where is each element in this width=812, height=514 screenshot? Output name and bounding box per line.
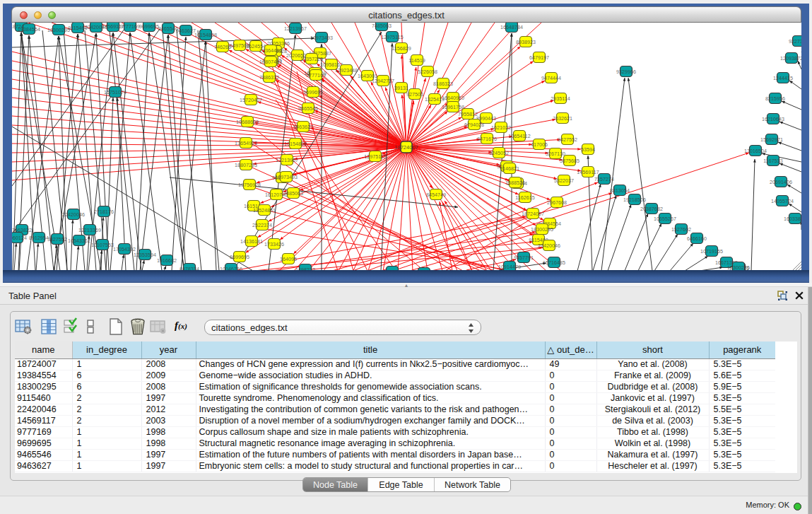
svg-text:7357274: 7357274 bbox=[594, 175, 614, 182]
svg-text:10655267: 10655267 bbox=[654, 215, 676, 221]
svg-text:15716485: 15716485 bbox=[543, 259, 565, 265]
svg-text:7955812: 7955812 bbox=[458, 110, 478, 117]
svg-text:9777169: 9777169 bbox=[120, 23, 140, 29]
svg-text:1916682: 1916682 bbox=[157, 257, 177, 263]
svg-text:8878334: 8878334 bbox=[180, 265, 199, 270]
svg-text:18807293: 18807293 bbox=[235, 161, 257, 168]
svg-text:18724007: 18724007 bbox=[394, 144, 418, 150]
svg-text:53594: 53594 bbox=[581, 146, 595, 152]
svg-text:10046766: 10046766 bbox=[220, 265, 242, 270]
svg-text:12213967: 12213967 bbox=[276, 156, 298, 163]
svg-text:2967608: 2967608 bbox=[547, 199, 567, 205]
svg-text:12213369: 12213369 bbox=[78, 226, 101, 233]
svg-text:1527602: 1527602 bbox=[671, 226, 691, 232]
svg-text:3267130: 3267130 bbox=[546, 150, 565, 156]
svg-text:16640910: 16640910 bbox=[442, 94, 464, 100]
svg-text:14136141: 14136141 bbox=[240, 238, 263, 244]
svg-text:15692971: 15692971 bbox=[760, 136, 783, 142]
svg-text:10543362: 10543362 bbox=[68, 237, 90, 243]
svg-text:8186323: 8186323 bbox=[433, 80, 453, 86]
svg-text:19384554: 19384554 bbox=[18, 25, 40, 32]
svg-text:9457791: 9457791 bbox=[514, 254, 534, 260]
svg-text:12975115: 12975115 bbox=[381, 33, 403, 40]
svg-text:3827552: 3827552 bbox=[47, 235, 67, 242]
svg-text:7886372: 7886372 bbox=[259, 74, 279, 80]
svg-text:5226058: 5226058 bbox=[418, 68, 437, 74]
svg-text:16648784: 16648784 bbox=[500, 23, 523, 30]
svg-text:20691406: 20691406 bbox=[770, 178, 792, 185]
svg-text:8454749: 8454749 bbox=[426, 191, 446, 197]
svg-text:9699695: 9699695 bbox=[139, 23, 159, 29]
svg-text:12975115: 12975115 bbox=[364, 153, 386, 159]
svg-text:1244415: 1244415 bbox=[773, 74, 793, 81]
svg-text:9474444: 9474444 bbox=[541, 74, 561, 81]
svg-text:16033809: 16033809 bbox=[784, 215, 801, 221]
svg-text:1588520: 1588520 bbox=[505, 179, 525, 185]
svg-text:10688609: 10688609 bbox=[236, 118, 259, 124]
svg-text:10154808: 10154808 bbox=[284, 140, 307, 146]
svg-text:417006: 417006 bbox=[531, 141, 548, 147]
svg-text:19218506: 19218506 bbox=[623, 196, 646, 202]
svg-text:10719155: 10719155 bbox=[700, 247, 723, 254]
svg-text:9463627: 9463627 bbox=[293, 123, 313, 129]
svg-text:18300295: 18300295 bbox=[47, 26, 70, 33]
svg-text:14055724: 14055724 bbox=[771, 197, 794, 204]
svg-text:8427552: 8427552 bbox=[558, 136, 577, 142]
svg-text:8471676: 8471676 bbox=[477, 135, 497, 141]
svg-text:6479197: 6479197 bbox=[529, 54, 549, 60]
svg-text:14099489: 14099489 bbox=[381, 268, 404, 270]
svg-text:12942737: 12942737 bbox=[372, 77, 394, 83]
svg-text:9146821: 9146821 bbox=[500, 165, 519, 171]
svg-text:12923448: 12923448 bbox=[335, 66, 358, 73]
svg-text:14569117: 14569117 bbox=[577, 168, 599, 175]
svg-text:9227342: 9227342 bbox=[789, 37, 801, 44]
svg-text:2718176: 2718176 bbox=[94, 208, 114, 214]
svg-text:16210643: 16210643 bbox=[762, 115, 784, 122]
svg-text:1621022: 1621022 bbox=[491, 124, 511, 130]
svg-text:20387682: 20387682 bbox=[640, 205, 663, 211]
svg-text:7485063: 7485063 bbox=[372, 23, 392, 29]
svg-text:22420046: 22420046 bbox=[62, 211, 85, 217]
svg-text:10654112: 10654112 bbox=[508, 132, 530, 139]
svg-text:2935114: 2935114 bbox=[551, 95, 570, 101]
svg-text:1498222: 1498222 bbox=[295, 266, 315, 270]
svg-text:1167533: 1167533 bbox=[763, 157, 782, 163]
svg-text:12093872: 12093872 bbox=[780, 54, 801, 61]
svg-text:114519: 114519 bbox=[408, 57, 425, 63]
svg-text:19756928: 19756928 bbox=[238, 181, 261, 187]
svg-text:9329966: 9329966 bbox=[616, 68, 636, 74]
svg-text:12353594: 12353594 bbox=[134, 251, 156, 257]
svg-text:15300275: 15300275 bbox=[727, 264, 750, 270]
svg-text:18300295: 18300295 bbox=[531, 226, 553, 232]
svg-text:10807483: 10807483 bbox=[259, 58, 282, 64]
svg-text:15720407: 15720407 bbox=[240, 96, 262, 103]
svg-text:9465546: 9465546 bbox=[158, 25, 178, 31]
svg-text:1162615: 1162615 bbox=[515, 194, 534, 200]
svg-text:6794028: 6794028 bbox=[464, 121, 484, 127]
svg-text:12213967: 12213967 bbox=[284, 25, 307, 31]
svg-text:9463627: 9463627 bbox=[176, 27, 196, 33]
svg-text:18724007: 18724007 bbox=[522, 210, 544, 216]
svg-text:13524851: 13524851 bbox=[253, 206, 276, 213]
svg-text:8215956: 8215956 bbox=[765, 95, 785, 101]
svg-text:8938923: 8938923 bbox=[516, 38, 536, 45]
svg-text:8912954: 8912954 bbox=[29, 234, 49, 240]
svg-text:5322037: 5322037 bbox=[554, 177, 574, 183]
svg-text:39131: 39131 bbox=[394, 84, 408, 90]
svg-text:5875685: 5875685 bbox=[560, 157, 579, 163]
svg-text:15751074: 15751074 bbox=[104, 88, 126, 95]
svg-text:17054392: 17054392 bbox=[113, 245, 136, 252]
svg-text:8813054: 8813054 bbox=[610, 187, 630, 193]
svg-text:10914479: 10914479 bbox=[498, 263, 521, 269]
svg-text:10154808: 10154808 bbox=[194, 31, 217, 37]
svg-text:7485063: 7485063 bbox=[283, 189, 303, 196]
svg-text:164095: 164095 bbox=[280, 255, 297, 262]
svg-text:16961758: 16961758 bbox=[442, 103, 464, 110]
svg-text:10973493: 10973493 bbox=[275, 173, 298, 180]
svg-text:9699695: 9699695 bbox=[303, 88, 323, 95]
svg-text:10107553: 10107553 bbox=[91, 241, 114, 247]
svg-text:17016504: 17016504 bbox=[744, 147, 767, 153]
svg-text:1733426: 1733426 bbox=[264, 240, 284, 247]
svg-text:927503: 927503 bbox=[406, 90, 423, 97]
svg-text:9777169: 9777169 bbox=[306, 71, 326, 78]
